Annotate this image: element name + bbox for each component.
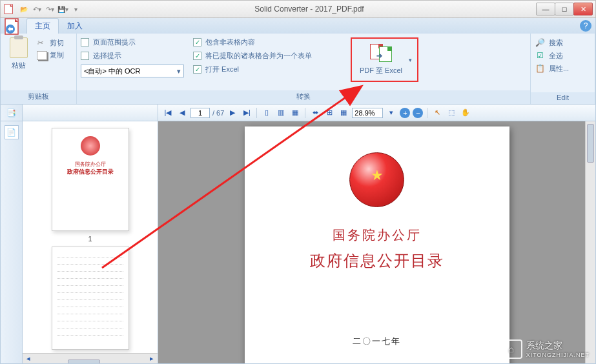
main-area: 📄 国务院办公厅 政府信息公开目录 1 2 ◂ ▸ 国务院办公厅 政府信息公开目… bbox=[0, 121, 596, 364]
checkbox-select[interactable] bbox=[81, 52, 89, 60]
tab-add[interactable]: 加入 bbox=[59, 18, 91, 34]
pdf-to-excel-button[interactable]: ➔ PDF 至 Excel bbox=[357, 41, 405, 78]
page-content: 国务院办公厅 政府信息公开目录 二〇一七年 bbox=[245, 126, 509, 364]
cut-button[interactable]: ✂ 剪切 bbox=[36, 37, 65, 48]
opt-select-label: 选择提示 bbox=[93, 51, 121, 61]
select-all-label: 全选 bbox=[549, 51, 563, 61]
continuous-icon[interactable]: ▥ bbox=[275, 107, 287, 119]
doc-title-1: 国务院办公厅 bbox=[333, 227, 422, 244]
facing-icon[interactable]: ▦ bbox=[289, 107, 301, 119]
pdf-to-excel-icon: ➔ bbox=[370, 44, 392, 62]
checkbox-nontable[interactable] bbox=[193, 38, 201, 46]
redo-icon[interactable]: ↷▾ bbox=[43, 3, 56, 15]
document-viewer[interactable]: 国务院办公厅 政府信息公开目录 二〇一七年 bbox=[158, 121, 596, 364]
close-button[interactable]: ✕ bbox=[573, 3, 593, 15]
marquee-tool-icon[interactable]: ⬚ bbox=[446, 107, 457, 119]
opt-page-range-label: 页面范围提示 bbox=[93, 37, 136, 47]
opt-nontable-label: 包含非表格内容 bbox=[205, 37, 255, 47]
grid-icon[interactable]: ▦ bbox=[338, 107, 349, 119]
properties-icon: 📋 bbox=[535, 63, 545, 74]
watermark-brand: 系统之家 bbox=[526, 340, 562, 350]
prev-page-icon[interactable]: ◀ bbox=[176, 107, 188, 119]
next-page-icon[interactable]: ▶ bbox=[227, 107, 238, 119]
doc-title-2: 政府信息公开目录 bbox=[310, 250, 444, 271]
checkbox-page-range[interactable] bbox=[81, 38, 89, 46]
document-toolbar: |◀ ◀ / 67 ▶ ▶| ▯ ▥ ▦ ⬌ ⊞ ▦ ▾ + − ↖ ⬚ ✋ bbox=[158, 105, 596, 121]
select-all-button[interactable]: ☑ 全选 bbox=[535, 50, 569, 61]
scissors-icon: ✂ bbox=[37, 39, 47, 48]
select-tool-icon[interactable]: ↖ bbox=[431, 107, 443, 119]
viewer-vertical-scrollbar[interactable] bbox=[585, 121, 595, 363]
checkbox-open-excel[interactable] bbox=[193, 65, 201, 74]
watermark-sub: XITONGZHIJIA.NET bbox=[526, 352, 590, 358]
help-icon[interactable]: ? bbox=[580, 20, 591, 32]
hand-tool-icon[interactable]: ✋ bbox=[460, 107, 471, 119]
opt-merge-tables-label: 将已提取的诸表格合并为一个表单 bbox=[205, 51, 312, 61]
fit-width-icon[interactable]: ⬌ bbox=[309, 107, 321, 119]
binoculars-icon: 🔎 bbox=[535, 37, 545, 48]
first-page-icon[interactable]: |◀ bbox=[162, 107, 174, 119]
search-button[interactable]: 🔎 搜索 bbox=[535, 37, 569, 48]
thumb1-line1: 国务院办公厅 bbox=[75, 161, 106, 168]
pages-panel-icon[interactable]: 📄 bbox=[5, 125, 19, 139]
properties-button[interactable]: 📋 属性... bbox=[535, 63, 569, 74]
scrollbar-thumb[interactable] bbox=[587, 124, 594, 163]
save-icon[interactable]: 💾▾ bbox=[56, 3, 69, 15]
select-all-icon: ☑ bbox=[535, 50, 545, 61]
ribbon-group-convert: 页面范围提示 选择提示 <自动> 中的 OCR ▾ 包含非表格内容 bbox=[77, 34, 531, 104]
app-icon-small bbox=[3, 3, 15, 15]
scroll-left-icon[interactable]: ◂ bbox=[23, 353, 34, 365]
opt-open-excel-label: 打开 Excel bbox=[205, 65, 239, 74]
thumbnails-panel: 国务院办公厅 政府信息公开目录 1 2 ◂ ▸ bbox=[23, 121, 158, 364]
copy-button[interactable]: 复制 bbox=[36, 50, 65, 61]
tab-home[interactable]: 主页 bbox=[26, 18, 59, 34]
zoom-dropdown-icon[interactable]: ▾ bbox=[385, 107, 397, 119]
chevron-down-icon: ▾ bbox=[177, 67, 181, 76]
window-controls: — □ ✕ bbox=[537, 3, 593, 15]
thumb-1-label: 1 bbox=[88, 235, 92, 243]
thumbnail-page-1[interactable]: 国务院办公厅 政府信息公开目录 bbox=[52, 128, 129, 231]
paste-label: 粘贴 bbox=[12, 61, 26, 70]
quick-open-icon[interactable]: 📂 bbox=[17, 3, 30, 15]
properties-label: 属性... bbox=[549, 64, 569, 74]
qat-customize-icon[interactable]: ▾ bbox=[69, 3, 82, 15]
highlight-annotation: ➔ PDF 至 Excel ▾ bbox=[351, 37, 418, 82]
emblem-icon bbox=[81, 136, 100, 156]
fit-page-icon[interactable]: ⊞ bbox=[324, 107, 335, 119]
last-page-icon[interactable]: ▶| bbox=[241, 107, 252, 119]
zoom-out-icon[interactable]: − bbox=[413, 108, 423, 118]
single-page-icon[interactable]: ▯ bbox=[261, 107, 272, 119]
paste-button[interactable]: 粘贴 bbox=[5, 37, 33, 70]
minimize-button[interactable]: — bbox=[536, 3, 555, 15]
doc-year: 二〇一七年 bbox=[353, 336, 401, 347]
cut-label: 剪切 bbox=[50, 38, 64, 48]
ribbon-tabs: 主页 加入 ? bbox=[0, 18, 596, 34]
scroll-right-icon[interactable]: ▸ bbox=[146, 353, 158, 365]
ocr-dropdown[interactable]: <自动> 中的 OCR ▾ bbox=[81, 65, 184, 77]
maximize-button[interactable]: □ bbox=[555, 3, 574, 15]
thumbs-horizontal-scrollbar[interactable]: ◂ ▸ bbox=[23, 353, 158, 363]
scrollbar-thumb[interactable] bbox=[68, 359, 100, 365]
side-strip: 📄 bbox=[0, 121, 23, 364]
search-label: 搜索 bbox=[549, 38, 563, 48]
watermark: ⌂ 系统之家 XITONGZHIJIA.NET bbox=[500, 339, 590, 359]
zoom-input[interactable] bbox=[352, 108, 383, 118]
ribbon-group-edit: 🔎 搜索 ☑ 全选 📋 属性... Edit bbox=[531, 34, 595, 104]
ribbon: 粘贴 ✂ 剪切 复制 剪贴板 页面范围提示 bbox=[0, 34, 596, 105]
checkbox-merge-tables[interactable] bbox=[193, 52, 201, 60]
chevron-down-icon[interactable]: ▾ bbox=[409, 57, 412, 63]
thumbnails-tab-icon[interactable]: 📑 bbox=[5, 106, 19, 120]
page-number-input[interactable] bbox=[190, 108, 210, 118]
copy-icon bbox=[37, 51, 47, 60]
thumbnail-page-2[interactable] bbox=[52, 247, 129, 350]
pdf-to-excel-label: PDF 至 Excel bbox=[360, 66, 402, 76]
window-title: Solid Converter - 2017_PDF.pdf bbox=[82, 5, 537, 14]
ribbon-group-clipboard: 粘贴 ✂ 剪切 复制 剪贴板 bbox=[1, 34, 77, 104]
clipboard-group-label: 剪贴板 bbox=[1, 90, 76, 104]
watermark-logo-icon: ⌂ bbox=[500, 339, 522, 359]
paste-icon bbox=[10, 37, 28, 58]
zoom-in-icon[interactable]: + bbox=[400, 108, 410, 118]
thumb1-line2: 政府信息公开目录 bbox=[67, 168, 114, 176]
app-menu-icon[interactable] bbox=[3, 17, 23, 36]
undo-icon[interactable]: ↶▾ bbox=[30, 3, 43, 15]
